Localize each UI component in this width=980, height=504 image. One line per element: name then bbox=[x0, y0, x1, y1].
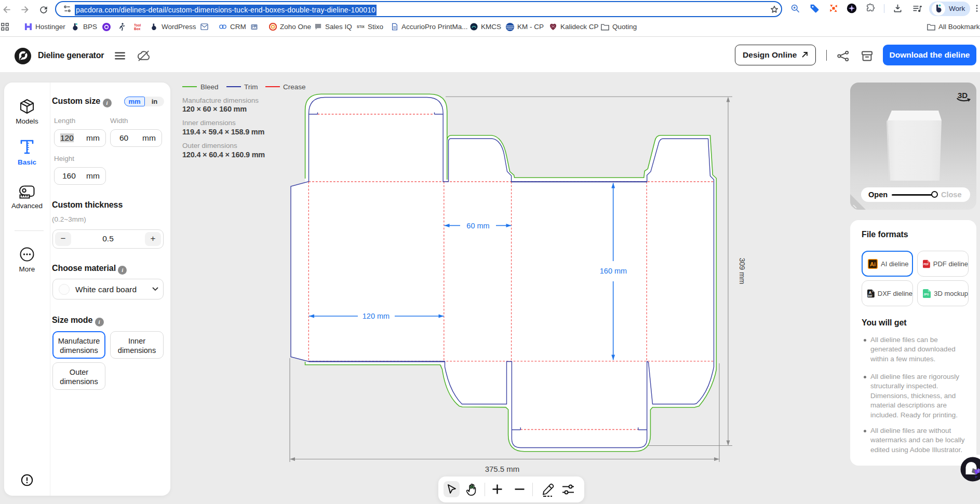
svg-text:3D: 3D bbox=[958, 91, 968, 100]
svg-text:120 mm: 120 mm bbox=[363, 312, 390, 320]
svg-text:DXF: DXF bbox=[868, 294, 872, 297]
svg-text:PDF: PDF bbox=[923, 263, 929, 266]
svg-text:Tool: Tool bbox=[134, 23, 141, 27]
svg-text:Box: Box bbox=[134, 27, 141, 31]
svg-text:375.5 mm: 375.5 mm bbox=[485, 465, 520, 473]
svg-text:STIXO: STIXO bbox=[357, 25, 365, 29]
svg-text:A: A bbox=[869, 290, 872, 294]
svg-text:60 mm: 60 mm bbox=[466, 222, 489, 230]
svg-text:160 mm: 160 mm bbox=[600, 267, 627, 275]
svg-text:JPG: JPG bbox=[923, 292, 929, 295]
svg-text:Ai: Ai bbox=[870, 261, 876, 267]
svg-text:309 mm: 309 mm bbox=[738, 258, 746, 284]
